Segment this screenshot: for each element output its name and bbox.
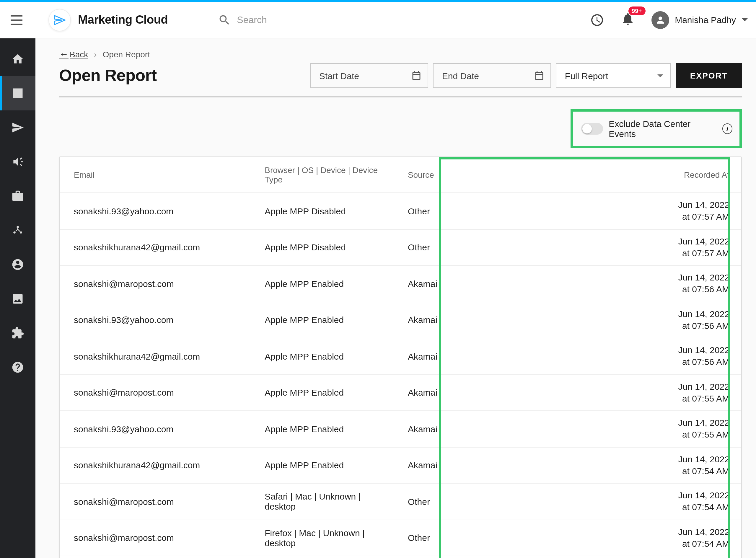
svg-point-1: [13, 231, 15, 233]
cell-source: Other: [394, 483, 605, 519]
table-row: sonakshi.93@yahoo.comApple MPP EnabledAk…: [60, 411, 741, 447]
cell-recorded: Jun 14, 2022 at 07:54 AM: [605, 519, 741, 556]
cell-email: sonakshi@maropost.com: [60, 483, 250, 519]
cell-browser: Apple MPP Disabled: [250, 229, 394, 265]
cell-source: Akamai: [394, 374, 605, 411]
toggle-label: Exclude Data Center Events: [609, 119, 716, 139]
cell-browser: Apple MPP Enabled: [250, 265, 394, 302]
breadcrumb: ←Back › Open Report: [59, 49, 742, 60]
cell-email: sonakshikhurana42@gmail.com: [60, 338, 250, 374]
table-header-row: Email Browser | OS | Device | Device Typ…: [60, 157, 741, 193]
chevron-down-icon: [658, 74, 663, 77]
cell-recorded: Jun 14, 2022 at 07:56 AM: [605, 338, 741, 374]
cell-email: sonakshikhurana42@gmail.com: [60, 229, 250, 265]
table-row: sonakshikhurana42@gmail.comApple MPP Dis…: [60, 229, 741, 265]
cell-recorded: Jun 14, 2022 at 07:57 AM: [605, 229, 741, 265]
sidebar-item-send[interactable]: [0, 110, 35, 145]
report-type-value: Full Report: [565, 71, 608, 81]
sidebar-item-plugins[interactable]: [0, 316, 35, 350]
info-icon[interactable]: i: [722, 123, 732, 134]
cell-source: Akamai: [394, 265, 605, 302]
cell-email: sonakshi@maropost.com: [60, 374, 250, 411]
cell-source: Other: [394, 556, 605, 558]
cell-email: sonakshikhurana42@gmail.com: [60, 447, 250, 483]
table-row: sonakshi.93@yahoo.comApple MPP DisabledO…: [60, 193, 741, 229]
avatar: [651, 11, 669, 29]
table-row: sonakshikhurana42@gmail.comApple MPP Ena…: [60, 338, 741, 374]
cell-browser: Chrome | Mac | Unknown | desktop: [250, 556, 394, 558]
app-title: Marketing Cloud: [78, 13, 168, 27]
chevron-down-icon: [742, 18, 748, 21]
search-input[interactable]: [237, 15, 355, 25]
sidebar-item-home[interactable]: [0, 42, 35, 76]
calendar-icon: [411, 70, 422, 81]
sidebar-item-help[interactable]: [0, 350, 35, 384]
cell-browser: Apple MPP Enabled: [250, 338, 394, 374]
col-recorded: Recorded At: [605, 157, 741, 193]
table-row: sonakshi@maropost.comSafari | Mac | Unkn…: [60, 483, 741, 519]
menu-icon[interactable]: [10, 13, 25, 27]
clock-icon[interactable]: [590, 13, 604, 27]
cell-source: Akamai: [394, 411, 605, 447]
cell-email: sonakshi.93@yahoo.com: [60, 193, 250, 229]
end-date-input[interactable]: End Date: [433, 63, 551, 88]
cell-recorded: Jun 14, 2022 at 07:57 AM: [605, 193, 741, 229]
back-link[interactable]: ←Back: [59, 49, 88, 60]
cell-email: sonakshi.93@yahoo.com: [60, 411, 250, 447]
cell-browser: Apple MPP Enabled: [250, 374, 394, 411]
search-icon: [218, 13, 231, 26]
col-browser: Browser | OS | Device | Device Type: [250, 157, 394, 193]
sidebar-item-analytics[interactable]: [0, 76, 35, 110]
cell-browser: Apple MPP Enabled: [250, 447, 394, 483]
cell-source: Other: [394, 519, 605, 556]
start-date-placeholder: Start Date: [319, 71, 359, 81]
table-row: sonakshikhurana42@gmail.comApple MPP Ena…: [60, 447, 741, 483]
cell-recorded: Jun 14, 2022 at 07:56 AM: [605, 302, 741, 338]
breadcrumb-current: Open Report: [103, 50, 150, 59]
paper-plane-icon: [54, 14, 66, 26]
cell-browser: Apple MPP Disabled: [250, 193, 394, 229]
end-date-placeholder: End Date: [442, 71, 479, 81]
exclude-datacenter-toggle[interactable]: [581, 123, 603, 135]
sidebar-item-campaign[interactable]: [0, 145, 35, 179]
sidebar: [0, 39, 35, 558]
cell-email: sonakshi@maropost.com: [60, 519, 250, 556]
report-table: Email Browser | OS | Device | Device Typ…: [59, 156, 742, 558]
table-row: sonakshi@maropost.comFirefox | Mac | Unk…: [60, 519, 741, 556]
svg-point-0: [17, 226, 19, 228]
cell-recorded: Jun 14, 2022 at 07:55 AM: [605, 374, 741, 411]
sidebar-item-account[interactable]: [0, 247, 35, 282]
cell-recorded: Jun 14, 2022 at 07:54 AM: [605, 556, 741, 558]
cell-browser: Apple MPP Enabled: [250, 302, 394, 338]
sidebar-item-images[interactable]: [0, 282, 35, 316]
exclude-datacenter-box: Exclude Data Center Events i: [571, 109, 742, 148]
cell-email: sonakshi.93@yahoo.com: [60, 302, 250, 338]
cell-browser: Apple MPP Enabled: [250, 411, 394, 447]
svg-point-2: [20, 231, 22, 233]
report-type-select[interactable]: Full Report: [556, 63, 671, 88]
cell-recorded: Jun 14, 2022 at 07:54 AM: [605, 447, 741, 483]
cell-source: Akamai: [394, 338, 605, 374]
table-row: sonakshi@maropost.comApple MPP EnabledAk…: [60, 374, 741, 411]
notifications-button[interactable]: 99+: [621, 11, 635, 28]
cell-recorded: Jun 14, 2022 at 07:56 AM: [605, 265, 741, 302]
col-source: Source: [394, 157, 605, 193]
user-menu[interactable]: Manisha Padhy: [651, 11, 748, 29]
sidebar-item-briefcase[interactable]: [0, 179, 35, 213]
cell-recorded: Jun 14, 2022 at 07:55 AM: [605, 411, 741, 447]
sidebar-item-hub[interactable]: [0, 213, 35, 247]
app-logo[interactable]: [48, 8, 71, 31]
cell-source: Akamai: [394, 447, 605, 483]
breadcrumb-separator: ›: [94, 50, 97, 59]
export-button[interactable]: EXPORT: [676, 63, 742, 88]
table-row: sonakshi@maropost.comApple MPP EnabledAk…: [60, 265, 741, 302]
start-date-input[interactable]: Start Date: [310, 63, 428, 88]
search-box[interactable]: [218, 13, 355, 26]
col-email: Email: [60, 157, 250, 193]
main-content: ←Back › Open Report Open Report Start Da…: [35, 39, 756, 558]
table-row: sonakshi@maropost.comChrome | Mac | Unkn…: [60, 556, 741, 558]
calendar-icon: [534, 70, 545, 81]
divider: [59, 96, 742, 97]
notification-badge: 99+: [628, 6, 645, 15]
cell-browser: Safari | Mac | Unknown | desktop: [250, 483, 394, 519]
